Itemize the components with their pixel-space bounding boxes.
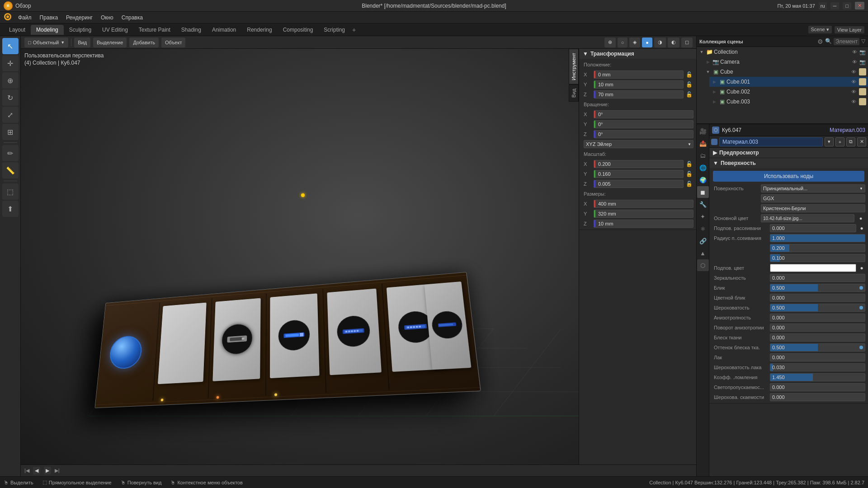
prop-physics-icon[interactable]: ⚛: [697, 223, 709, 235]
tab-compositing[interactable]: Compositing: [278, 25, 319, 35]
subsurface-dot-btn[interactable]: ●: [858, 225, 865, 232]
blender-logo[interactable]: B: [4, 1, 13, 10]
cube003-eye-icon[interactable]: 👁: [850, 98, 857, 105]
viewport-overlay-toggle[interactable]: ○: [618, 38, 628, 47]
viewport-canvas[interactable]: Y X Z 📷: [21, 49, 696, 465]
tool-scale[interactable]: ⤢: [2, 107, 19, 123]
object-menu[interactable]: Объект: [161, 38, 185, 47]
n-tab-view[interactable]: Вид: [569, 84, 579, 102]
material-name-field[interactable]: Материал.003: [719, 137, 823, 146]
outliner-item-cube001[interactable]: ▶ ▣ Cube.001 👁: [709, 77, 868, 87]
tool-annotate[interactable]: ✏: [2, 145, 19, 161]
selection-menu[interactable]: Выделение: [93, 38, 127, 47]
main-3d-object[interactable]: [94, 272, 481, 408]
subsurface-radius-2-field[interactable]: 0.200: [770, 244, 865, 252]
tab-rendering[interactable]: Rendering: [241, 25, 277, 35]
cube001-eye-icon[interactable]: 👁: [850, 78, 857, 85]
cube-expand[interactable]: ▼: [705, 69, 711, 75]
base-color-dot[interactable]: ●: [856, 214, 865, 223]
transform-section-header[interactable]: ▼ Трансформация: [579, 49, 696, 59]
tool-extrude[interactable]: ⬆: [2, 201, 19, 217]
rot-y-field[interactable]: 0°: [594, 120, 693, 128]
material-copy-btn[interactable]: ⧉: [846, 137, 855, 146]
outliner-filter-icon[interactable]: ⚙: [817, 38, 823, 45]
tab-animation[interactable]: Animation: [207, 25, 241, 35]
anisotropic-rotation-field[interactable]: 0.000: [770, 324, 865, 332]
material-new-btn[interactable]: +: [835, 137, 844, 146]
tool-add-cube[interactable]: ⬚: [2, 183, 19, 200]
collection-expand[interactable]: ▼: [698, 49, 705, 55]
prop-data-icon[interactable]: ▲: [697, 247, 709, 259]
tool-rotate[interactable]: ↻: [2, 89, 19, 106]
menu-help[interactable]: Справка: [118, 14, 146, 22]
scale-x-field[interactable]: 0.200: [594, 160, 684, 168]
scale-y-field[interactable]: 0.160: [594, 170, 684, 178]
timeline-play[interactable]: ▶: [44, 467, 51, 474]
tab-scripting[interactable]: Scripting: [318, 25, 350, 35]
tab-uv-editing[interactable]: UV Editing: [97, 25, 133, 35]
distribution-dropdown[interactable]: GGX: [761, 194, 865, 202]
pos-y-field[interactable]: 10 mm: [594, 80, 684, 89]
material-delete-btn[interactable]: ✕: [857, 137, 866, 146]
outliner-search-icon[interactable]: 🔍: [825, 38, 832, 45]
tool-cursor[interactable]: ✛: [2, 55, 19, 71]
collection-eye-icon[interactable]: 👁: [851, 48, 858, 56]
prop-scene-icon[interactable]: 🌐: [697, 162, 709, 174]
n-tab-item[interactable]: Инструмент: [569, 49, 579, 84]
pos-x-field[interactable]: 0 mm: [594, 70, 684, 79]
prop-output-icon[interactable]: 📤: [697, 137, 709, 149]
pos-z-lock[interactable]: 🔓: [684, 91, 693, 98]
scale-z-field[interactable]: 0.005: [594, 180, 684, 188]
sheen-tint-field[interactable]: 0.500: [770, 343, 865, 352]
prop-material-icon[interactable]: ⬡: [697, 259, 709, 271]
tool-measure[interactable]: 📏: [2, 162, 19, 178]
add-menu[interactable]: Добавить: [129, 38, 159, 47]
subsurface-field[interactable]: 0.000: [770, 224, 856, 232]
anisotropic-field[interactable]: 0.000: [770, 314, 865, 322]
view-layer-selector[interactable]: View Layer: [835, 26, 864, 33]
outliner-item-collection[interactable]: ▼ 📁 Collection 👁 📷: [697, 47, 868, 57]
prop-particles-icon[interactable]: ✦: [697, 211, 709, 222]
outliner-item-camera[interactable]: ▶ 📷 Camera 👁 📷: [703, 57, 868, 67]
viewport-gizmo-toggle[interactable]: ⊕: [604, 38, 616, 47]
mode-selector[interactable]: □ Объектный ▼: [24, 38, 68, 47]
dim-y-field[interactable]: 320 mm: [594, 210, 693, 218]
preview-section-header[interactable]: ▶ Предпросмотр: [709, 148, 868, 158]
subsurface-color-swatch[interactable]: [770, 264, 856, 272]
specular-field[interactable]: 0.500: [770, 284, 865, 292]
outliner-item-cube002[interactable]: ▶ ▣ Cube.002 👁: [709, 87, 868, 97]
prop-modifier-icon[interactable]: 🔧: [697, 198, 709, 210]
tab-layout[interactable]: Layout: [4, 25, 31, 35]
transmission-roughness-field[interactable]: 0.000: [770, 393, 865, 401]
sheen-field[interactable]: 0.000: [770, 333, 865, 342]
prop-view-layer-icon[interactable]: 🗂: [697, 150, 709, 161]
tab-shading[interactable]: Shading: [176, 25, 207, 35]
rot-x-field[interactable]: 0°: [594, 110, 693, 118]
collection-render-icon[interactable]: 📷: [859, 48, 866, 56]
roughness-field[interactable]: 0.500: [770, 304, 865, 312]
menu-icon[interactable]: [4, 13, 12, 22]
subsurface-color-dot[interactable]: ●: [858, 264, 865, 272]
3d-view[interactable]: Y X Z 📷: [21, 49, 696, 465]
pos-z-field[interactable]: 70 mm: [594, 90, 684, 99]
timeline-back[interactable]: ◀: [33, 467, 40, 474]
subsurface-radius-1-field[interactable]: 1.000: [770, 234, 865, 242]
scene-selector[interactable]: Scene ▾: [808, 26, 832, 33]
tab-texture-paint[interactable]: Texture Paint: [133, 25, 176, 35]
prop-object-icon[interactable]: ◼: [697, 186, 709, 198]
language[interactable]: ru: [819, 2, 827, 9]
tab-modeling[interactable]: Modeling: [31, 25, 64, 35]
dim-z-field[interactable]: 10 mm: [594, 220, 693, 228]
tool-move[interactable]: ⊕: [2, 72, 19, 89]
scale-x-lock[interactable]: 🔓: [684, 161, 693, 167]
use-nodes-button[interactable]: Использовать ноды: [713, 171, 864, 182]
clearcoat-roughness-field[interactable]: 0.030: [770, 363, 865, 371]
shading-material[interactable]: ◐: [668, 38, 679, 47]
shading-rendered[interactable]: ◑: [654, 38, 666, 47]
rotation-mode-dropdown[interactable]: XYZ Эйлер ▼: [584, 140, 693, 148]
dim-x-field[interactable]: 400 mm: [594, 200, 693, 208]
shading-wireframe[interactable]: ◻: [681, 38, 693, 47]
scale-z-lock[interactable]: 🔓: [684, 181, 693, 187]
specular-tint-field[interactable]: 0.000: [770, 294, 865, 302]
viewport-xray-toggle[interactable]: ◈: [629, 38, 640, 47]
